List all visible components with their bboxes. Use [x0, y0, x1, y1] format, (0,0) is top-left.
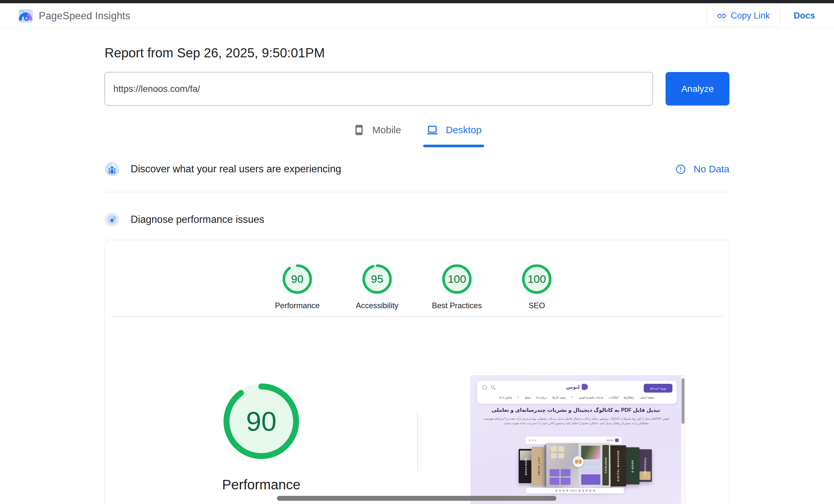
field-data-title: Discover what your real users are experi…: [131, 163, 341, 175]
seo-gauge: 100: [521, 264, 552, 294]
app-header: PageSpeed Insights Copy Link Docs: [0, 3, 834, 29]
horizontal-scrollbar-thumb[interactable]: [277, 496, 556, 501]
section-divider: [105, 192, 729, 192]
copy-link-button[interactable]: Copy Link: [707, 5, 780, 27]
cover-proposal: PROPOSAL: [638, 449, 652, 482]
tab-mobile-label: Mobile: [372, 125, 401, 135]
open-book-illustration: CATALOGUE: [546, 443, 610, 487]
lab-diagnose-icon: [105, 212, 119, 227]
desktop-laptop-icon: [426, 124, 439, 136]
mobile-phone-icon: [352, 124, 366, 136]
tab-desktop-label: Desktop: [446, 125, 482, 135]
tab-mobile[interactable]: Mobile: [352, 121, 401, 139]
no-data-link[interactable]: No Data: [676, 163, 729, 175]
site-screenshot-thumbnail: لنوس ورود / ثبت‌نام صفحه اصلی راهکارها ا…: [470, 375, 685, 504]
book-purple-tiles: [550, 469, 570, 485]
score-seo[interactable]: 100 SEO: [512, 264, 561, 310]
cover-ebook: E-BOOK: [625, 447, 639, 484]
lab-data-title: Diagnose performance issues: [131, 214, 264, 225]
docs-link[interactable]: Docs: [794, 11, 815, 21]
performance-detail-section: 90 Performance لنوس ورود / ثبت‌نام: [105, 317, 729, 492]
url-row: Analyze: [105, 72, 729, 106]
lab-data-section-header: Diagnose performance issues: [105, 212, 729, 227]
performance-score-value: 90: [282, 264, 313, 294]
main-content: Report from Sep 26, 2025, 9:50:01PM Anal…: [105, 46, 729, 504]
seo-score-value: 100: [521, 264, 552, 294]
pagespeed-logo-icon: [18, 8, 33, 23]
field-data-users-icon: [105, 161, 119, 177]
book-spine-icon: [573, 456, 584, 467]
site-hero-illustration: BROCHURE PRICE LIST PERFORMANCE REPORT C…: [471, 376, 682, 504]
pagespeed-insights-page: { "header": { "title": "PageSpeed Insigh…: [0, 0, 834, 504]
report-title: Report from Sep 26, 2025, 9:50:01PM: [105, 46, 729, 60]
analyze-button[interactable]: Analyze: [665, 72, 729, 106]
performance-big-score-value: 90: [222, 382, 301, 461]
performance-gauge-block: 90 Performance: [105, 317, 418, 492]
device-tabs: Mobile Desktop: [105, 121, 729, 139]
book-left-page: [546, 443, 578, 487]
book-photo-block: [581, 446, 601, 459]
best-practices-score-value: 100: [441, 264, 473, 294]
active-tab-underline: [423, 145, 484, 147]
cover-digital-magazine: DIGITAL MAGAZINE: [610, 445, 626, 486]
link-icon: [717, 11, 726, 21]
best-practices-score-label: Best Practices: [432, 301, 482, 310]
tab-desktop[interactable]: Desktop: [426, 121, 482, 139]
score-best-practices[interactable]: 100 Best Practices: [433, 264, 482, 310]
field-data-section-header: Discover what your real users are experi…: [105, 161, 729, 177]
performance-score-label: Performance: [275, 301, 320, 310]
best-practices-gauge: 100: [441, 264, 473, 294]
browser-dots-icon: [529, 439, 536, 441]
performance-big-gauge: 90: [222, 382, 301, 461]
accessibility-gauge: 95: [361, 264, 393, 294]
score-performance[interactable]: 90 Performance: [273, 264, 322, 310]
accessibility-score-label: Accessibility: [356, 301, 398, 310]
window-top-bar: [0, 0, 834, 3]
category-scores-row: 90 Performance 95 Accessibility: [105, 240, 729, 310]
report-card: 90 Performance 95 Accessibility: [105, 240, 729, 504]
thumbnail-scrollbar-thumb: [682, 378, 684, 424]
mini-browser-logo: [606, 439, 619, 442]
book-right-page: CATALOGUE: [578, 443, 611, 487]
book-purple-card: [581, 474, 601, 485]
book-icon-tiles: [551, 446, 564, 458]
url-input[interactable]: [105, 72, 653, 106]
accessibility-score-value: 95: [361, 264, 393, 294]
book-row: [581, 468, 601, 473]
cover-brochure: BROCHURE: [519, 449, 533, 483]
performance-gauge: 90: [282, 264, 313, 294]
screenshot-column: لنوس ورود / ثبت‌نام صفحه اصلی راهکارها ا…: [418, 317, 729, 492]
book-catalogue-strip: CATALOGUE: [602, 445, 609, 485]
seo-score-label: SEO: [528, 301, 545, 310]
book-row: [581, 461, 601, 466]
copy-link-label: Copy Link: [731, 11, 770, 21]
score-accessibility[interactable]: 95 Accessibility: [353, 264, 402, 310]
mini-pagination-bar: [526, 488, 624, 494]
performance-big-label: Performance: [222, 477, 300, 492]
no-data-label: No Data: [694, 163, 729, 175]
app-title: PageSpeed Insights: [39, 10, 130, 22]
info-circle-icon: [676, 164, 686, 174]
